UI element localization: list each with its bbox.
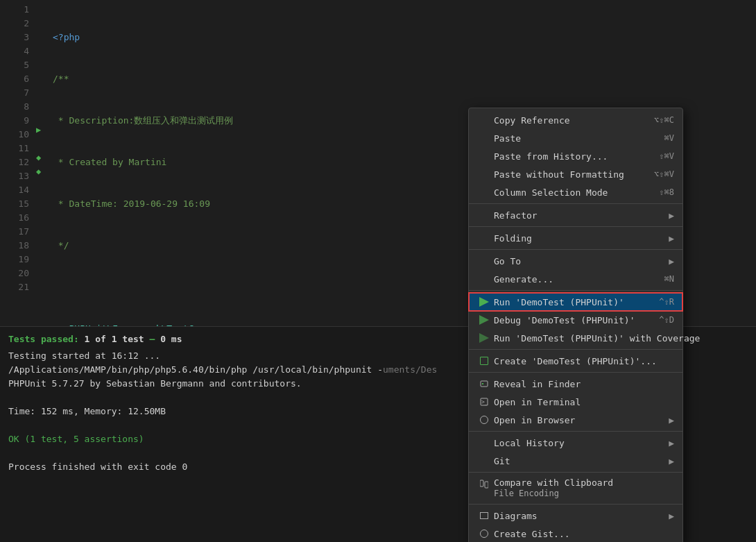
menu-label-run-coverage: Run 'DemoTest (PHPUnit)' with Coverage xyxy=(494,333,700,344)
shortcut-paste: ⌘V xyxy=(664,133,674,143)
code-line-1: <?php xyxy=(53,31,756,44)
menu-item-git[interactable]: Git ▶ xyxy=(469,452,682,470)
separator-3 xyxy=(469,249,682,250)
diagrams-icon xyxy=(479,510,490,521)
menu-label-git: Git xyxy=(494,456,663,466)
shortcut-paste-no-format: ⌥⇧⌘V xyxy=(654,169,674,179)
menu-item-column-selection[interactable]: Column Selection Mode ⇧⌘8 xyxy=(469,183,682,201)
menu-item-generate[interactable]: Generate... ⌘N xyxy=(469,270,682,288)
code-line-2: /** xyxy=(53,72,756,86)
go-to-icon xyxy=(479,255,490,266)
go-to-arrow: ▶ xyxy=(669,256,674,266)
folding-icon xyxy=(479,232,490,244)
svg-text:>_: >_ xyxy=(481,399,488,405)
menu-item-refactor[interactable]: Refactor ▶ xyxy=(469,206,682,224)
svg-rect-1 xyxy=(482,383,483,384)
menu-label-open-terminal: Open in Terminal xyxy=(494,397,674,407)
menu-label-compare: Compare with Clipboard File Encoding xyxy=(494,477,674,499)
menu-label-diagrams: Diagrams xyxy=(494,511,663,521)
folding-arrow: ▶ xyxy=(669,233,674,244)
menu-item-reveal-finder[interactable]: Reveal in Finder xyxy=(469,375,682,393)
menu-item-folding[interactable]: Folding ▶ xyxy=(469,229,682,247)
paste-no-format-icon xyxy=(479,169,490,180)
menu-item-run[interactable]: Run 'DemoTest (PHPUnit)' ^⇧R xyxy=(469,293,682,311)
compare-icon xyxy=(479,479,490,490)
refactor-arrow: ▶ xyxy=(669,210,674,221)
menu-label-paste-no-format: Paste without Formatting xyxy=(494,169,640,180)
menu-label-reveal-finder: Reveal in Finder xyxy=(494,379,674,389)
run-icon xyxy=(479,296,490,307)
menu-item-open-browser[interactable]: Open in Browser ▶ xyxy=(469,411,682,429)
menu-label-paste-history: Paste from History... xyxy=(494,151,645,162)
browser-arrow: ▶ xyxy=(669,415,674,425)
local-history-icon xyxy=(479,437,490,448)
gutter-mark-2: ◆ xyxy=(36,167,41,176)
menu-item-paste-history[interactable]: Paste from History... ⇧⌘V xyxy=(469,147,682,165)
menu-label-local-history: Local History xyxy=(494,438,663,448)
git-icon xyxy=(479,455,490,466)
git-arrow: ▶ xyxy=(669,456,674,466)
menu-label-folding: Folding xyxy=(494,233,663,244)
menu-item-diagrams[interactable]: Diagrams ▶ xyxy=(469,507,682,525)
menu-item-run-coverage[interactable]: Run 'DemoTest (PHPUnit)' with Coverage xyxy=(469,329,682,347)
menu-label-paste: Paste xyxy=(494,133,651,144)
coverage-icon xyxy=(479,332,490,344)
shortcut-run: ^⇧R xyxy=(659,297,674,307)
menu-item-go-to[interactable]: Go To ▶ xyxy=(469,252,682,270)
reveal-finder-icon xyxy=(479,378,490,389)
menu-label-create-gist: Create Gist... xyxy=(494,529,674,539)
debug-icon xyxy=(479,314,490,325)
local-history-arrow: ▶ xyxy=(669,438,674,448)
svg-rect-5 xyxy=(485,482,488,488)
open-terminal-icon: >_ xyxy=(479,396,490,407)
run-indicator: ▶ xyxy=(36,125,41,135)
menu-item-debug[interactable]: Debug 'DemoTest (PHPUnit)' ^⇧D xyxy=(469,311,682,329)
menu-item-paste[interactable]: Paste ⌘V xyxy=(469,129,682,147)
line-numbers: 12345 678910 1112131415 1617181920 21 xyxy=(0,0,35,326)
editor-gutter: ▶ ◆ ◆ xyxy=(35,0,50,326)
menu-label-run: Run 'DemoTest (PHPUnit)' xyxy=(494,297,645,307)
separator-9 xyxy=(469,504,682,505)
separator-2 xyxy=(469,226,682,227)
shortcut-generate: ⌘N xyxy=(664,274,674,284)
separator-6 xyxy=(469,372,682,373)
separator-5 xyxy=(469,349,682,350)
menu-label-go-to: Go To xyxy=(494,256,663,266)
menu-label-debug: Debug 'DemoTest (PHPUnit)' xyxy=(494,315,645,325)
paste-history-icon xyxy=(479,151,490,162)
menu-label-column-selection: Column Selection Mode xyxy=(494,187,645,198)
github-icon xyxy=(479,528,490,539)
shortcut-copy-reference: ⌥⇧⌘C xyxy=(654,115,674,125)
context-menu: Copy Reference ⌥⇧⌘C Paste ⌘V Paste from … xyxy=(468,108,683,542)
menu-item-open-terminal[interactable]: >_ Open in Terminal xyxy=(469,393,682,411)
menu-item-local-history[interactable]: Local History ▶ xyxy=(469,434,682,452)
menu-label-copy-reference: Copy Reference xyxy=(494,115,640,126)
refactor-icon xyxy=(479,210,490,221)
menu-label-refactor: Refactor xyxy=(494,210,663,221)
menu-item-create-config[interactable]: Create 'DemoTest (PHPUnit)'... xyxy=(469,352,682,370)
gutter-mark-1: ◆ xyxy=(36,153,41,162)
svg-rect-4 xyxy=(480,480,483,486)
separator-8 xyxy=(469,472,682,473)
menu-item-create-gist[interactable]: Create Gist... xyxy=(469,525,682,542)
menu-label-create-config: Create 'DemoTest (PHPUnit)'... xyxy=(494,356,674,366)
separator-7 xyxy=(469,431,682,432)
menu-item-paste-no-format[interactable]: Paste without Formatting ⌥⇧⌘V xyxy=(469,165,682,183)
menu-label-open-browser: Open in Browser xyxy=(494,415,663,425)
separator-4 xyxy=(469,290,682,291)
open-browser-icon xyxy=(479,414,490,425)
menu-item-copy-reference[interactable]: Copy Reference ⌥⇧⌘C xyxy=(469,111,682,129)
paste-icon xyxy=(479,133,490,144)
shortcut-debug: ^⇧D xyxy=(659,315,674,325)
menu-label-generate: Generate... xyxy=(494,274,651,285)
separator-1 xyxy=(469,203,682,204)
copy-icon xyxy=(479,115,490,126)
shortcut-paste-history: ⇧⌘V xyxy=(659,151,674,161)
create-config-icon xyxy=(479,355,490,366)
column-selection-icon xyxy=(479,187,490,198)
diagrams-arrow: ▶ xyxy=(669,511,674,521)
svg-rect-0 xyxy=(481,381,488,387)
menu-item-compare[interactable]: Compare with Clipboard File Encoding xyxy=(469,475,682,502)
generate-icon xyxy=(479,273,490,285)
shortcut-column-selection: ⇧⌘8 xyxy=(659,187,674,197)
